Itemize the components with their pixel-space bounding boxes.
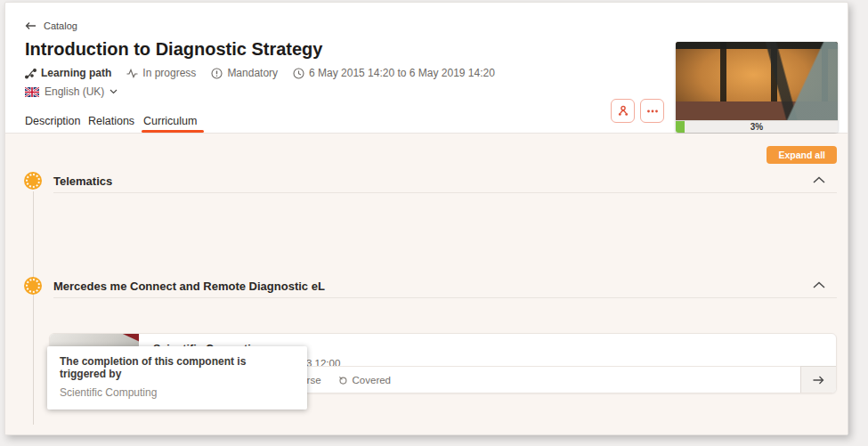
progress-bar: 3% — [676, 120, 838, 133]
course-cover-image — [676, 42, 838, 120]
tab-curriculum[interactable]: Curriculum — [143, 115, 197, 127]
collapse-section-button[interactable] — [813, 281, 825, 288]
tab-relations[interactable]: Relations — [88, 115, 134, 127]
language-label: English (UK) — [45, 85, 104, 98]
meta-mandatory: Mandatory — [211, 67, 278, 79]
back-arrow-icon — [25, 21, 37, 30]
course-meta: Learning path In progress Mandatory 6 Ma… — [25, 67, 495, 79]
mandatory-icon — [211, 68, 223, 79]
open-course-button[interactable] — [800, 366, 836, 393]
app-window: Catalog Introduction to Diagnostic Strat… — [4, 2, 848, 435]
meta-type: Learning path — [25, 67, 111, 79]
page-title: Introduction to Diagnostic Strategy — [25, 39, 322, 60]
breadcrumb[interactable]: Catalog — [25, 20, 77, 31]
user-network-icon — [617, 105, 629, 118]
expand-all-button[interactable]: Expand all — [767, 146, 837, 164]
tooltip-trigger-course: Scientific Computing — [60, 386, 295, 399]
learning-path-icon — [25, 68, 37, 79]
progress-percent: 3% — [676, 121, 838, 133]
language-selector[interactable]: English (UK) — [25, 85, 118, 98]
completion-trigger-tooltip: The completion of this component is trig… — [47, 346, 307, 410]
breadcrumb-label: Catalog — [44, 20, 77, 31]
course-cover: 3% — [676, 42, 838, 133]
ellipsis-icon — [646, 109, 659, 113]
section-divider — [53, 297, 837, 298]
section-node-icon — [24, 277, 42, 295]
clock-icon — [293, 68, 304, 79]
assign-users-button[interactable] — [611, 99, 635, 123]
more-options-button[interactable] — [640, 99, 664, 123]
uk-flag-icon — [25, 87, 39, 97]
meta-status: In progress — [126, 67, 196, 79]
section-title-telematics[interactable]: Telematics — [53, 174, 112, 188]
completion-status: Covered — [337, 375, 391, 385]
covered-icon — [337, 375, 348, 385]
active-tab-underline — [142, 130, 204, 133]
section-title-mercedes[interactable]: Mercedes me Connect and Remote Diagnosti… — [53, 280, 325, 293]
pulse-icon — [126, 69, 138, 78]
section-divider — [53, 192, 837, 193]
timeline-connector — [33, 191, 34, 425]
meta-dates: 6 May 2015 14:20 to 6 May 2019 14:20 — [293, 67, 495, 79]
tab-description[interactable]: Description — [25, 115, 81, 127]
collapse-section-button[interactable] — [813, 176, 825, 183]
tooltip-text: The completion of this component is trig… — [60, 355, 295, 380]
section-node-icon — [24, 172, 42, 190]
chevron-down-icon — [110, 89, 118, 94]
